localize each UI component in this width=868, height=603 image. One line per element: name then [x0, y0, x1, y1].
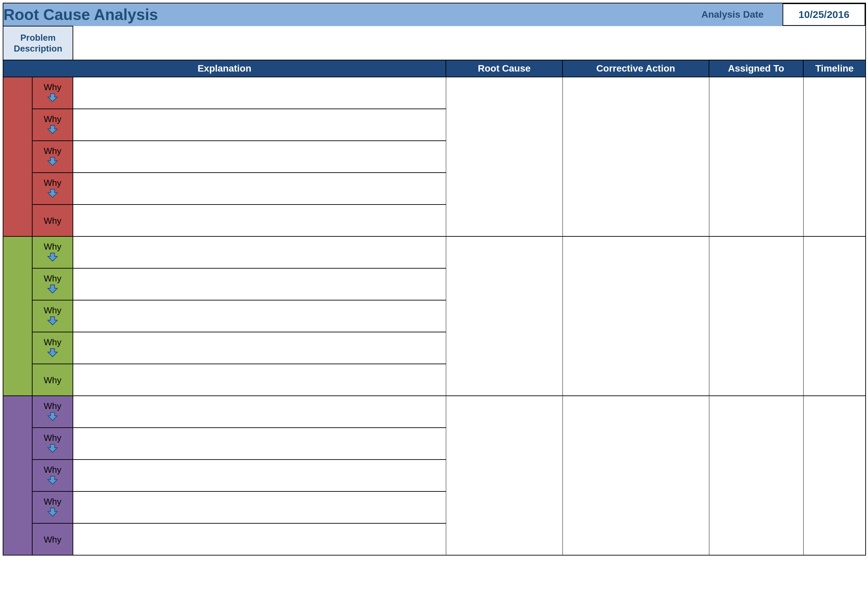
explanation-cell[interactable]: [73, 204, 446, 237]
problem-description-field[interactable]: [73, 26, 866, 60]
explanation-cell[interactable]: [73, 300, 446, 332]
timeline-cell[interactable]: [803, 396, 866, 555]
assigned-to-cell[interactable]: [709, 237, 803, 396]
problem-description-row: Problem Description: [3, 26, 866, 60]
column-header-row: Explanation Root Cause Corrective Action…: [3, 60, 866, 77]
why-label: Why: [32, 428, 73, 459]
down-arrow-icon: [47, 412, 58, 421]
down-arrow-icon: [47, 189, 58, 198]
why-label: Why: [32, 77, 73, 109]
down-arrow-icon: [47, 157, 58, 166]
down-arrow-icon: [47, 284, 58, 294]
why-label: Why: [32, 237, 73, 268]
explanation-cell[interactable]: [73, 428, 446, 459]
why-label: Why: [32, 109, 73, 141]
explanation-cell[interactable]: [73, 173, 446, 204]
why-label: Why: [32, 204, 73, 237]
explanation-cell[interactable]: [73, 459, 446, 492]
rca-table: Root Cause Analysis Analysis Date 10/25/…: [3, 3, 866, 555]
down-arrow-icon: [47, 348, 58, 357]
header-row: Root Cause Analysis Analysis Date 10/25/…: [3, 3, 866, 26]
corrective-action-cell[interactable]: [562, 237, 709, 396]
down-arrow-icon: [47, 125, 58, 134]
corrective-action-cell[interactable]: [562, 77, 709, 237]
down-arrow-icon: [47, 444, 58, 453]
down-arrow-icon: [47, 475, 58, 485]
problem-description-label: Problem Description: [3, 26, 73, 60]
why-label: Why: [32, 173, 73, 204]
why-label: Why: [32, 523, 73, 555]
explanation-cell[interactable]: [73, 141, 446, 173]
corrective-action-cell[interactable]: [562, 396, 709, 555]
explanation-cell[interactable]: [73, 396, 446, 428]
col-assigned-to: Assigned To: [709, 60, 803, 77]
explanation-cell[interactable]: [73, 268, 446, 300]
assigned-to-cell[interactable]: [709, 77, 803, 237]
explanation-cell[interactable]: [73, 77, 446, 109]
col-corrective-action: Corrective Action: [562, 60, 709, 77]
timeline-cell[interactable]: [803, 77, 866, 237]
page-title: Root Cause Analysis: [3, 3, 655, 26]
col-root-cause: Root Cause: [446, 60, 562, 77]
root-cause-cell[interactable]: [446, 237, 562, 396]
table-row: Why the problem was not detected Why: [3, 237, 866, 268]
col-explanation: Explanation: [3, 60, 446, 77]
explanation-cell[interactable]: [73, 523, 446, 555]
explanation-cell[interactable]: [73, 364, 446, 396]
root-cause-cell[interactable]: [446, 77, 562, 237]
explanation-cell[interactable]: [73, 492, 446, 523]
why-label: Why: [32, 364, 73, 396]
down-arrow-icon: [47, 252, 58, 262]
why-label: Why: [32, 268, 73, 300]
explanation-cell[interactable]: [73, 332, 446, 364]
analysis-date-value[interactable]: 10/25/2016: [783, 3, 865, 26]
why-label: Why: [32, 492, 73, 523]
down-arrow-icon: [47, 316, 58, 326]
timeline-cell[interactable]: [803, 237, 866, 396]
why-label: Why: [32, 459, 73, 492]
explanation-cell[interactable]: [73, 109, 446, 141]
table-row: Why the problem occurred Why: [3, 77, 866, 109]
down-arrow-icon: [47, 93, 58, 102]
col-timeline: Timeline: [803, 60, 866, 77]
section-label-not-prevented: Why the problem was not prevented: [3, 396, 32, 555]
explanation-cell[interactable]: [73, 237, 446, 268]
root-cause-cell[interactable]: [446, 396, 562, 555]
down-arrow-icon: [47, 507, 58, 517]
section-label-not-detected: Why the problem was not detected: [3, 237, 32, 396]
why-label: Why: [32, 396, 73, 428]
section-label-occurred: Why the problem occurred: [3, 77, 32, 237]
why-label: Why: [32, 141, 73, 173]
assigned-to-cell[interactable]: [709, 396, 803, 555]
table-row: Why the problem was not prevented Why: [3, 396, 866, 428]
analysis-date-label: Analysis Date: [655, 3, 764, 26]
why-label: Why: [32, 300, 73, 332]
why-label: Why: [32, 332, 73, 364]
